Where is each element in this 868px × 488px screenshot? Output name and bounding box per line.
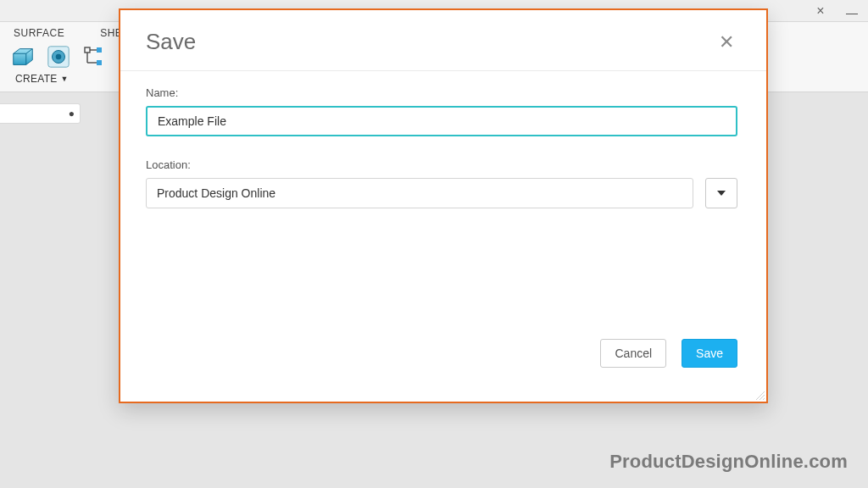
- svg-rect-3: [85, 47, 90, 53]
- dialog-header: Save ✕: [120, 10, 766, 71]
- location-field-label: Location:: [146, 158, 737, 171]
- dialog-footer: Cancel Save: [120, 339, 766, 402]
- create-box-icon[interactable]: [8, 42, 37, 71]
- create-dropdown-label: CREATE: [15, 73, 58, 85]
- svg-point-2: [56, 54, 62, 60]
- location-input[interactable]: [146, 178, 693, 208]
- create-cylinder-icon[interactable]: [44, 42, 73, 71]
- dialog-close-button[interactable]: ✕: [715, 30, 737, 55]
- save-dialog: Save ✕ Name: Location: Cancel Save: [119, 8, 768, 403]
- window-close-button[interactable]: ×: [805, 3, 836, 19]
- resize-grip-icon[interactable]: [754, 390, 765, 400]
- svg-rect-5: [97, 47, 102, 53]
- visibility-toggle-icon: ●: [69, 108, 75, 119]
- watermark-text: ProductDesignOnline.com: [609, 451, 848, 473]
- save-button[interactable]: Save: [682, 339, 737, 368]
- chevron-down-icon: [717, 191, 726, 196]
- close-icon: ✕: [719, 31, 734, 53]
- app-window: × — SURFACE SHEET: [0, 0, 868, 488]
- chevron-down-icon: ▼: [61, 75, 69, 83]
- cancel-button[interactable]: Cancel: [600, 339, 666, 368]
- location-browse-button[interactable]: [705, 178, 737, 208]
- dialog-body: Name: Location:: [120, 71, 766, 339]
- window-minimize-button[interactable]: —: [841, 3, 863, 19]
- svg-line-11: [763, 398, 765, 400]
- name-input[interactable]: [146, 106, 737, 136]
- create-derive-icon[interactable]: [80, 42, 108, 71]
- svg-rect-8: [97, 60, 102, 65]
- browser-panel-collapsed[interactable]: ●: [0, 103, 81, 124]
- ribbon-tab-surface[interactable]: SURFACE: [14, 27, 64, 39]
- dialog-title: Save: [146, 29, 196, 55]
- name-field-label: Name:: [146, 86, 737, 99]
